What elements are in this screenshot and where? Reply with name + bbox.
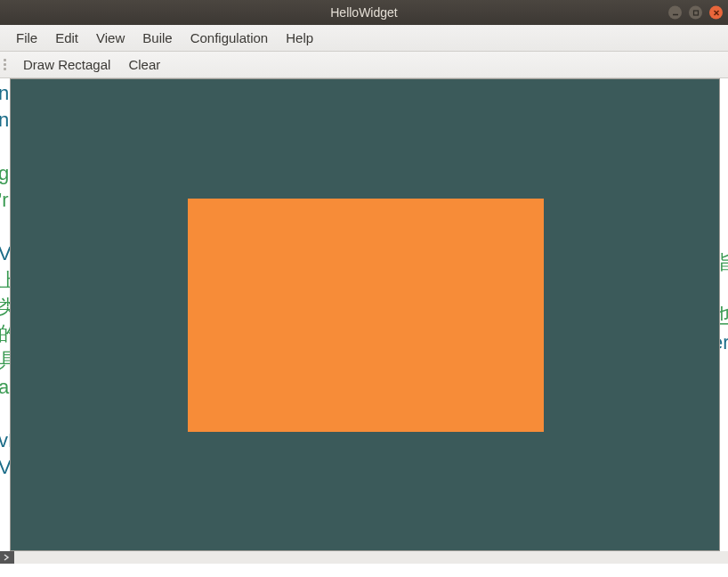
clear-button[interactable]: Clear xyxy=(119,53,169,76)
drawn-rectangle xyxy=(188,199,544,432)
menu-bar: File Edit View Buile Configulation Help xyxy=(0,25,728,52)
maximize-icon xyxy=(692,9,700,16)
chevron-right-icon xyxy=(3,554,10,561)
svg-rect-1 xyxy=(693,11,698,15)
window-title: HelloWidget xyxy=(0,5,728,20)
menu-buile[interactable]: Buile xyxy=(133,27,181,49)
menu-help[interactable]: Help xyxy=(277,27,322,49)
close-button[interactable] xyxy=(709,6,723,20)
minimize-button[interactable] xyxy=(668,6,682,20)
menu-view[interactable]: View xyxy=(87,27,133,49)
menu-label: File xyxy=(16,30,37,45)
toolbar-btn-label: Draw Rectagal xyxy=(23,57,110,72)
horizontal-scrollbar[interactable] xyxy=(0,551,728,564)
draw-rectangle-button[interactable]: Draw Rectagal xyxy=(14,53,119,76)
drawing-canvas[interactable] xyxy=(10,78,720,551)
scrollbar-arrow-left[interactable] xyxy=(0,551,14,564)
menu-label: Edit xyxy=(55,30,78,45)
maximize-button[interactable] xyxy=(689,6,702,20)
menu-configulation[interactable]: Configulation xyxy=(182,27,278,49)
minimize-icon xyxy=(672,9,679,16)
toolbar-drag-handle[interactable] xyxy=(4,56,11,74)
menu-label: Configulation xyxy=(190,30,269,45)
menu-label: Buile xyxy=(142,30,172,45)
menu-label: Help xyxy=(286,30,313,45)
menu-label: View xyxy=(96,30,125,45)
close-icon xyxy=(713,9,720,16)
window-titlebar: HelloWidget xyxy=(0,0,728,25)
toolbar: Draw Rectagal Clear xyxy=(0,52,728,78)
toolbar-btn-label: Clear xyxy=(128,57,160,72)
menu-file[interactable]: File xyxy=(7,27,46,49)
window-controls xyxy=(668,6,723,20)
menu-edit[interactable]: Edit xyxy=(46,27,87,49)
